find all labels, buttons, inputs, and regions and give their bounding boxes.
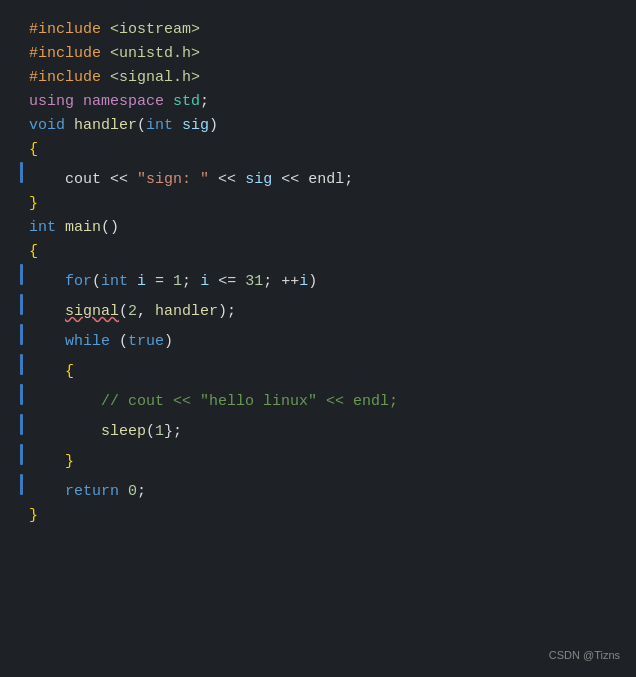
line-indicator <box>20 264 23 285</box>
token: ; <box>263 270 281 294</box>
token: <signal.h> <box>110 66 200 90</box>
code-editor: #include <iostream>#include <unistd.h>#i… <box>0 0 636 677</box>
line-indicator <box>20 294 23 315</box>
token <box>272 168 281 192</box>
token: return <box>65 480 119 504</box>
token: ( <box>119 300 128 324</box>
token: int <box>101 270 128 294</box>
token: std <box>173 90 200 114</box>
token: }; <box>164 420 182 444</box>
token: for <box>29 270 92 294</box>
token: ; <box>137 480 146 504</box>
code-line: #include <signal.h> <box>20 66 616 90</box>
token <box>56 216 65 240</box>
code-line: { <box>20 138 616 162</box>
token <box>299 168 308 192</box>
token <box>173 114 182 138</box>
token <box>101 18 110 42</box>
token <box>209 168 218 192</box>
token: <= <box>209 270 245 294</box>
token: << <box>281 168 299 192</box>
watermark: CSDN @Tizns <box>549 647 620 665</box>
token <box>29 480 65 504</box>
code-line: { <box>20 240 616 264</box>
token: sleep <box>101 420 146 444</box>
code-line: signal(2, handler); <box>20 294 616 324</box>
token: = <box>146 270 173 294</box>
token: ( <box>146 420 155 444</box>
token: void <box>29 114 65 138</box>
token: ) <box>308 270 317 294</box>
token: handler <box>155 300 218 324</box>
line-indicator <box>20 444 23 465</box>
token: // cout << "hello linux" << endl; <box>101 390 398 414</box>
code-line: } <box>20 504 616 528</box>
line-indicator <box>20 384 23 405</box>
token: "sign: " <box>137 168 209 192</box>
token <box>236 168 245 192</box>
line-indicator <box>20 354 23 375</box>
token: cout <box>29 168 101 192</box>
token <box>29 330 65 354</box>
token <box>65 114 74 138</box>
token: ; <box>200 90 209 114</box>
line-indicator <box>20 162 23 183</box>
code-line: #include <iostream> <box>20 18 616 42</box>
code-line: using namespace std; <box>20 90 616 114</box>
token <box>164 90 173 114</box>
token: << <box>110 168 128 192</box>
token: endl <box>308 168 344 192</box>
code-line: } <box>20 444 616 474</box>
token: ( <box>92 270 101 294</box>
token: { <box>29 138 38 162</box>
code-line: // cout << "hello linux" << endl; <box>20 384 616 414</box>
token: <iostream> <box>110 18 200 42</box>
token: <unistd.h> <box>110 42 200 66</box>
line-indicator <box>20 324 23 345</box>
code-line: while (true) <box>20 324 616 354</box>
code-line: } <box>20 192 616 216</box>
token: signal <box>65 300 119 324</box>
token: 0 <box>128 480 137 504</box>
token: ) <box>209 114 218 138</box>
token: { <box>29 240 38 264</box>
line-indicator <box>20 474 23 495</box>
token: #include <box>29 42 101 66</box>
code-line: int main() <box>20 216 616 240</box>
code-content: #include <iostream>#include <unistd.h>#i… <box>20 18 616 528</box>
token: int <box>146 114 173 138</box>
token: 31 <box>245 270 263 294</box>
token <box>128 168 137 192</box>
token: ( <box>137 114 146 138</box>
token: ) <box>164 330 173 354</box>
token: true <box>128 330 164 354</box>
token: , <box>137 300 155 324</box>
token: ; <box>344 168 353 192</box>
token <box>29 420 101 444</box>
code-line: sleep(1}; <box>20 414 616 444</box>
token <box>119 480 128 504</box>
token <box>101 66 110 90</box>
token: main <box>65 216 101 240</box>
token: i <box>137 270 146 294</box>
token: sig <box>182 114 209 138</box>
token: 2 <box>128 300 137 324</box>
line-indicator <box>20 414 23 435</box>
token: #include <box>29 66 101 90</box>
token <box>29 390 101 414</box>
code-line: for(int i = 1; i <= 31; ++i) <box>20 264 616 294</box>
token <box>101 168 110 192</box>
token: namespace <box>83 90 164 114</box>
token: i <box>299 270 308 294</box>
token: int <box>29 216 56 240</box>
token <box>29 300 65 324</box>
code-line: #include <unistd.h> <box>20 42 616 66</box>
token: ++ <box>281 270 299 294</box>
token: #include <box>29 18 101 42</box>
token <box>101 42 110 66</box>
token: ; <box>182 270 200 294</box>
token: handler <box>74 114 137 138</box>
token: 1 <box>173 270 182 294</box>
token <box>74 90 83 114</box>
token: ( <box>110 330 128 354</box>
